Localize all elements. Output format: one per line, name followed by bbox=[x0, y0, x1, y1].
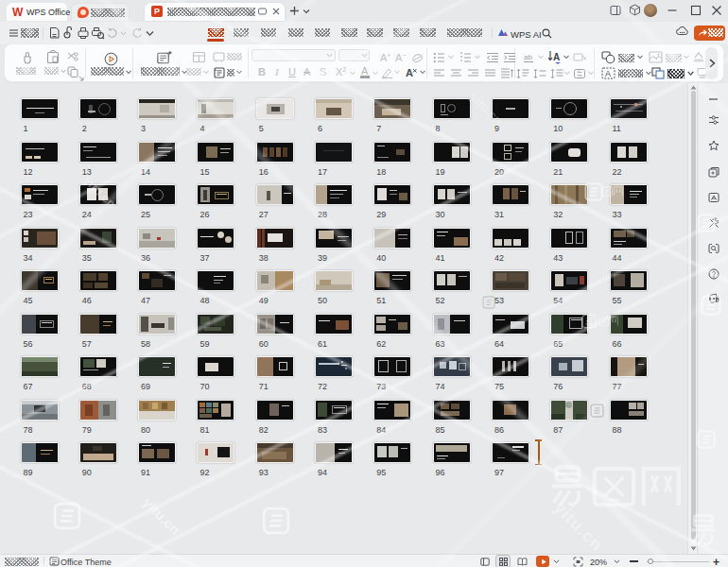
svg-text:A: A bbox=[553, 52, 560, 62]
svg-text:A: A bbox=[406, 67, 413, 78]
svg-text:ab: ab bbox=[524, 53, 532, 61]
svg-text:A: A bbox=[605, 69, 611, 78]
